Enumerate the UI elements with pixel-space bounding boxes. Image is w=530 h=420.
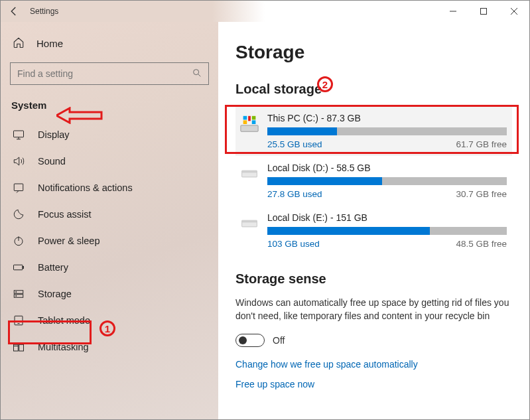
svg-rect-26 xyxy=(243,120,247,124)
drive-title: Local Disk (D:) - 58.5 GB xyxy=(267,163,507,173)
home-icon xyxy=(13,36,25,50)
power-icon xyxy=(13,235,25,247)
svg-rect-22 xyxy=(241,125,258,131)
svg-rect-25 xyxy=(252,116,256,120)
minimize-button[interactable] xyxy=(438,1,468,22)
link-change-freeup[interactable]: Change how we free up space automaticall… xyxy=(235,359,512,370)
nav-display[interactable]: Display xyxy=(10,121,209,148)
link-freeup-now[interactable]: Free up space now xyxy=(235,379,512,389)
settings-window: Settings Home Sy xyxy=(0,0,530,420)
nav-label: Power & sleep xyxy=(38,236,100,246)
home-button[interactable]: Home xyxy=(10,34,209,62)
multitasking-icon xyxy=(13,341,25,353)
drive-free: 30.7 GB free xyxy=(456,189,507,199)
back-button[interactable] xyxy=(5,2,23,21)
nav-label: Display xyxy=(38,129,70,140)
sidebar: Home System Display Sound Notifications … xyxy=(1,22,218,419)
nav-notifications[interactable]: Notifications & actions xyxy=(10,175,209,201)
nav-tablet-mode[interactable]: Tablet mode xyxy=(10,307,209,334)
storage-icon xyxy=(13,288,25,300)
storage-sense-description: Windows can automatically free up space … xyxy=(235,296,512,323)
search-input[interactable] xyxy=(10,62,209,85)
drive-bar xyxy=(267,177,507,185)
svg-rect-27 xyxy=(252,120,256,124)
drive-c[interactable]: This PC (C:) - 87.3 GB 25.5 GB used 61.7… xyxy=(235,106,512,156)
svg-rect-7 xyxy=(14,184,23,191)
svg-rect-23 xyxy=(248,116,251,121)
storage-sense-heading: Storage sense xyxy=(235,271,512,287)
close-button[interactable] xyxy=(499,1,529,22)
section-system-label: System xyxy=(10,100,209,111)
drive-title: Local Disk (E:) - 151 GB xyxy=(267,212,507,223)
drive-free: 61.7 GB free xyxy=(456,139,507,149)
notifications-icon xyxy=(13,182,25,194)
focus-assist-icon xyxy=(13,208,25,220)
nav-label: Focus assist xyxy=(38,209,92,220)
nav-power-sleep[interactable]: Power & sleep xyxy=(10,228,209,254)
drive-bar xyxy=(267,227,507,235)
nav-multitasking[interactable]: Multitasking xyxy=(10,334,209,360)
battery-icon xyxy=(13,261,25,273)
window-title: Settings xyxy=(30,7,58,16)
svg-rect-4 xyxy=(14,131,24,137)
drive-used: 103 GB used xyxy=(267,239,320,249)
drive-d-icon xyxy=(239,164,259,184)
svg-point-15 xyxy=(16,295,17,296)
svg-line-3 xyxy=(198,74,200,76)
nav-battery[interactable]: Battery xyxy=(10,254,209,281)
drive-free: 48.5 GB free xyxy=(456,239,507,249)
storage-sense-toggle[interactable] xyxy=(235,334,265,347)
svg-rect-29 xyxy=(242,171,257,173)
main-content: Storage Local storage This PC (C:) - 87.… xyxy=(218,22,529,419)
svg-rect-10 xyxy=(14,265,23,270)
home-label: Home xyxy=(36,38,63,49)
svg-point-2 xyxy=(194,70,199,75)
nav-label: Sound xyxy=(38,156,66,167)
drive-used: 25.5 GB used xyxy=(267,139,322,149)
nav-focus-assist[interactable]: Focus assist xyxy=(10,201,209,228)
svg-point-14 xyxy=(16,291,17,292)
nav-label: Tablet mode xyxy=(38,315,90,326)
svg-rect-1 xyxy=(481,9,487,15)
drive-e[interactable]: Local Disk (E:) - 151 GB 103 GB used 48.… xyxy=(235,206,512,255)
nav-label: Battery xyxy=(38,262,68,273)
nav-storage[interactable]: Storage xyxy=(10,281,209,307)
page-title: Storage xyxy=(235,42,512,63)
drive-d[interactable]: Local Disk (D:) - 58.5 GB 27.8 GB used 3… xyxy=(235,156,512,206)
maximize-button[interactable] xyxy=(468,1,499,22)
svg-rect-31 xyxy=(242,220,257,222)
nav-sound[interactable]: Sound xyxy=(10,148,209,175)
svg-rect-11 xyxy=(23,267,24,269)
display-icon xyxy=(13,129,25,141)
drive-bar xyxy=(267,127,507,135)
svg-rect-24 xyxy=(243,116,247,120)
nav-label: Storage xyxy=(38,289,72,299)
drive-e-icon xyxy=(239,214,259,234)
local-storage-heading: Local storage xyxy=(235,82,512,97)
titlebar: Settings xyxy=(1,1,529,22)
nav-label: Notifications & actions xyxy=(38,182,133,193)
drive-title: This PC (C:) - 87.3 GB xyxy=(267,113,507,123)
search-container xyxy=(10,62,209,85)
svg-rect-18 xyxy=(14,344,19,351)
tablet-icon xyxy=(13,315,25,326)
drive-c-icon xyxy=(239,114,259,134)
sound-icon xyxy=(13,155,25,167)
storage-sense-toggle-label: Off xyxy=(273,335,285,346)
drive-used: 27.8 GB used xyxy=(267,189,322,199)
nav-label: Multitasking xyxy=(38,342,89,352)
search-icon xyxy=(192,68,202,78)
